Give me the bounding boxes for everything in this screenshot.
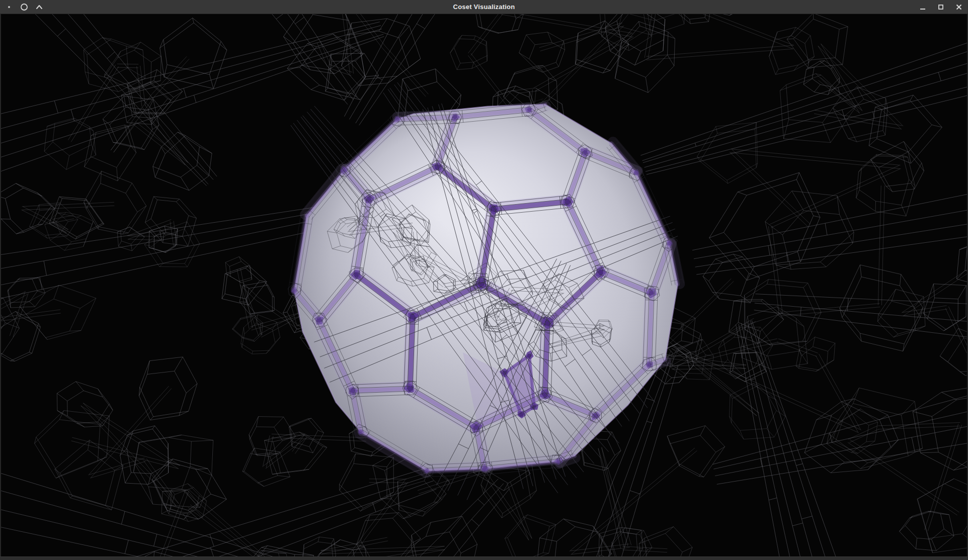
window-border-bottom <box>0 556 968 560</box>
dot-icon <box>5 3 13 11</box>
visualization-canvas[interactable] <box>1 14 967 556</box>
window-title: Coset Visualization <box>0 0 968 14</box>
app-window: Coset Visualization <box>0 0 968 560</box>
titlebar-left-icons <box>5 0 43 14</box>
minimize-button[interactable] <box>918 2 928 12</box>
circle-icon[interactable] <box>20 3 28 11</box>
close-button[interactable] <box>954 2 964 12</box>
window-controls <box>918 0 964 14</box>
maximize-button[interactable] <box>936 2 946 12</box>
chevron-up-icon[interactable] <box>35 3 43 11</box>
viewport-container <box>0 14 968 556</box>
titlebar[interactable]: Coset Visualization <box>0 0 968 14</box>
